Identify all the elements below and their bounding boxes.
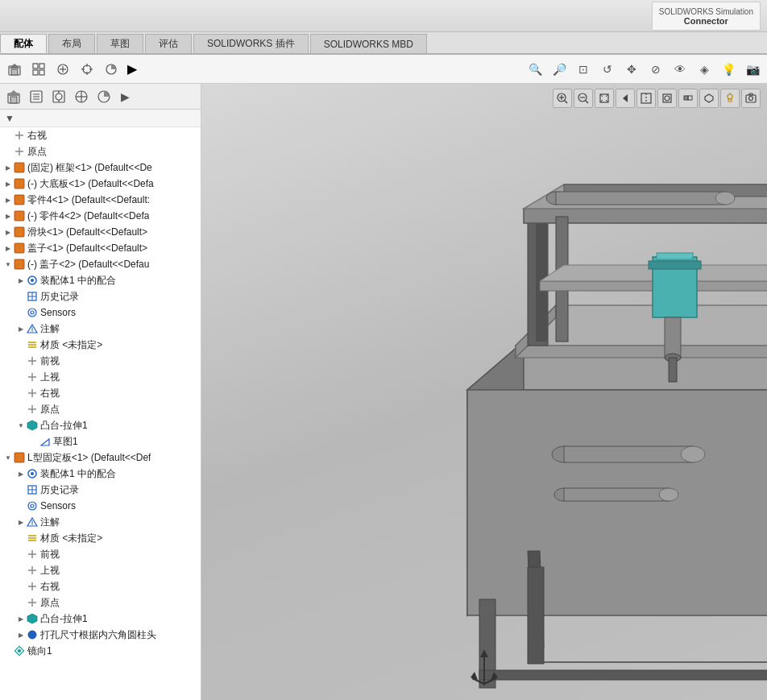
expand-btn-ti-history2[interactable] <box>16 485 26 495</box>
expand-btn-ti-boss2[interactable]: ▶ <box>16 614 26 623</box>
tree-item-ti-history2[interactable]: 历史记录 <box>0 482 201 498</box>
expand-btn-ti-l-plate[interactable]: ▼ <box>3 453 13 462</box>
expand-btn-ti-material2[interactable] <box>16 533 26 543</box>
tree-item-ti-boss1[interactable]: ▼凸台-拉伸1 <box>0 417 201 433</box>
tree-item-ti-origin2[interactable]: 原点 <box>0 401 201 417</box>
tree-item-ti-boss2[interactable]: ▶凸台-拉伸1 <box>0 611 201 627</box>
expand-btn-ti-part4-1[interactable]: ▶ <box>3 195 13 205</box>
tree-item-ti-part4-1[interactable]: ▶零件4<1> (Default<<Default: <box>0 192 201 208</box>
expand-btn-ti-top-view2[interactable] <box>16 565 26 575</box>
toolbar-grid-btn[interactable] <box>27 58 50 81</box>
vp-pan-btn[interactable]: ✥ <box>620 58 643 81</box>
tree-item-ti-top-view[interactable]: 上视 <box>0 369 201 385</box>
tree-cross-btn[interactable] <box>71 87 92 106</box>
tree-pie-btn[interactable] <box>93 87 114 106</box>
expand-btn-ti-drill[interactable]: ▶ <box>16 630 26 640</box>
tree-item-ti-right-view3[interactable]: 右视 <box>0 578 201 594</box>
vp-lights-btn[interactable]: 💡 <box>717 58 740 81</box>
expand-btn-ti-cover2[interactable]: ▼ <box>3 259 13 269</box>
vp-prev-btn[interactable] <box>616 89 635 108</box>
tab-caotu[interactable]: 草图 <box>97 34 143 53</box>
toolbar-more-btn[interactable]: ▶ <box>124 61 140 77</box>
tree-item-ti-mirror[interactable]: 镜向1 <box>0 643 201 659</box>
expand-btn-ti-asm-mate[interactable]: ▶ <box>16 275 26 285</box>
vp-section-btn[interactable]: ⊘ <box>645 58 667 81</box>
expand-btn-ti-annotation2[interactable]: ▶ <box>16 517 26 527</box>
tree-item-ti-sensors2[interactable]: Sensors <box>0 498 201 514</box>
expand-btn-ti-origin3[interactable] <box>16 598 26 607</box>
expand-btn-ti-right-view2[interactable] <box>16 388 26 398</box>
vp-photo-btn[interactable]: 📷 <box>741 58 764 81</box>
vp-zoom-in-btn[interactable] <box>553 89 572 108</box>
vp-rotate-btn[interactable]: ↺ <box>596 58 619 81</box>
tree-item-ti-front-view2[interactable]: 前视 <box>0 546 201 562</box>
toolbar-expand-btn[interactable] <box>52 58 74 81</box>
tree-item-ti-origin3[interactable]: 原点 <box>0 594 201 611</box>
tree-item-ti-annotation2[interactable]: ▶注解 <box>0 514 201 530</box>
expand-btn-ti-base[interactable]: ▶ <box>3 179 13 188</box>
toolbar-crosshair-btn[interactable] <box>76 58 98 81</box>
expand-btn-ti-sketch1[interactable] <box>29 437 39 446</box>
expand-btn-ti-origin[interactable] <box>3 147 13 156</box>
tree-item-ti-l-plate[interactable]: ▼L型固定板<1> (Default<<Def <box>0 449 201 466</box>
tree-item-ti-origin[interactable]: 原点 <box>0 143 201 159</box>
tree-item-ti-base[interactable]: ▶(-) 大底板<1> (Default<<Defa <box>0 176 201 192</box>
tab-peihe[interactable]: 配体 <box>0 34 47 53</box>
expand-btn-ti-right-view3[interactable] <box>16 582 26 591</box>
vp-search2-btn[interactable]: 🔎 <box>548 58 570 81</box>
simulation-connector-button[interactable]: SOLIDWORKS Simulation Connector <box>652 2 761 31</box>
expand-btn-ti-origin2[interactable] <box>16 404 26 414</box>
tab-buju[interactable]: 布局 <box>48 34 95 53</box>
vp-display-btn[interactable]: ◈ <box>693 58 715 81</box>
tree-item-ti-material2[interactable]: 材质 <未指定> <box>0 530 201 546</box>
tree-item-ti-front-view[interactable]: 前视 <box>0 353 201 369</box>
vp-section-cut-btn[interactable] <box>636 89 656 108</box>
vp-fit-btn[interactable] <box>595 89 614 108</box>
tree-item-ti-history[interactable]: 历史记录 <box>0 288 201 304</box>
tree-list-btn[interactable] <box>26 87 47 106</box>
toolbar-pie-btn[interactable] <box>100 58 122 81</box>
expand-btn-ti-front-view[interactable] <box>16 356 26 366</box>
vp-snap-btn[interactable]: ⊡ <box>572 58 595 81</box>
vp-display-style-btn[interactable] <box>678 89 698 108</box>
tree-item-ti-top-view2[interactable]: 上视 <box>0 562 201 578</box>
expand-btn-ti-boss1[interactable]: ▼ <box>16 420 26 430</box>
tree-item-ti-annotation[interactable]: ▶注解 <box>0 321 201 337</box>
tree-item-ti-asm-mate[interactable]: ▶装配体1 中的配合 <box>0 272 201 288</box>
tree-home-btn[interactable] <box>3 87 24 106</box>
expand-btn-ti-sensors2[interactable] <box>16 501 26 511</box>
tab-pingjia[interactable]: 评估 <box>145 34 192 53</box>
expand-btn-ti-right-view[interactable] <box>3 130 13 140</box>
tree-item-ti-slider[interactable]: ▶滑块<1> (Default<<Default> <box>0 224 201 240</box>
expand-btn-ti-asm-mate2[interactable]: ▶ <box>16 469 26 478</box>
tree-item-ti-asm-mate2[interactable]: ▶装配体1 中的配合 <box>0 466 201 482</box>
expand-btn-ti-mirror[interactable] <box>3 646 13 656</box>
expand-btn-ti-slider[interactable]: ▶ <box>3 227 13 237</box>
expand-btn-ti-frame[interactable]: ▶ <box>3 163 13 172</box>
tree-item-ti-sensors[interactable]: Sensors <box>0 304 201 321</box>
tree-item-ti-part4-2[interactable]: ▶(-) 零件4<2> (Default<<Defa <box>0 208 201 224</box>
tree-more-btn[interactable]: ▶ <box>116 90 135 103</box>
expand-btn-ti-part4-2[interactable]: ▶ <box>3 211 13 221</box>
vp-orient-btn[interactable] <box>657 89 677 108</box>
vp-search-btn[interactable]: 🔍 <box>524 58 546 81</box>
expand-btn-ti-front-view2[interactable] <box>16 549 26 559</box>
vp-zoom-out-btn[interactable] <box>574 89 593 108</box>
tree-properties-btn[interactable] <box>48 87 69 106</box>
tree-item-ti-frame[interactable]: ▶(固定) 框架<1> (Default<<De <box>0 159 201 176</box>
expand-btn-ti-cover1[interactable]: ▶ <box>3 243 13 253</box>
tree-item-ti-sketch1[interactable]: 草图1 <box>0 433 201 449</box>
tree-item-ti-right-view2[interactable]: 右视 <box>0 385 201 401</box>
tab-sw-mbd[interactable]: SOLIDWORKS MBD <box>310 34 427 53</box>
vp-scene-btn[interactable] <box>699 89 719 108</box>
tree-item-ti-drill[interactable]: ▶打孔尺寸根据内六角圆柱头 <box>0 627 201 643</box>
vp-view-btn[interactable]: 👁 <box>669 58 691 81</box>
vp-photo-btn2[interactable] <box>741 89 761 108</box>
expand-btn-ti-annotation[interactable]: ▶ <box>16 324 26 333</box>
tab-sw-plugin[interactable]: SOLIDWORKS 插件 <box>193 34 309 53</box>
tree-item-ti-material[interactable]: 材质 <未指定> <box>0 337 201 353</box>
expand-btn-ti-material[interactable] <box>16 340 26 350</box>
expand-btn-ti-history[interactable] <box>16 292 26 301</box>
expand-btn-ti-top-view[interactable] <box>16 372 26 382</box>
tree-item-ti-cover1[interactable]: ▶盖子<1> (Default<<Default> <box>0 240 201 256</box>
